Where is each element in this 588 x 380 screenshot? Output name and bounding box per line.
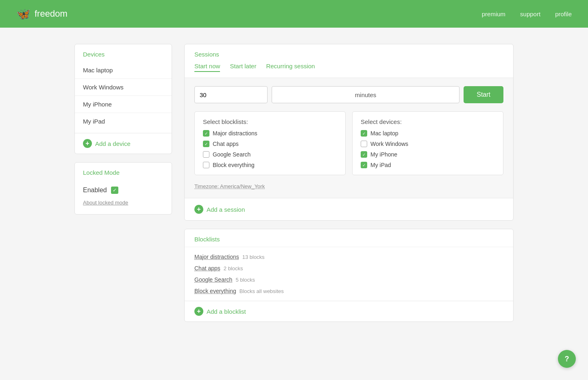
tab-recurring-session[interactable]: Recurring session <box>266 63 315 72</box>
blocklist-google-count: 5 blocks <box>235 277 255 283</box>
add-blocklist-icon: + <box>194 307 203 316</box>
butterfly-icon: 🦋 <box>16 7 30 21</box>
blocklist-option-chat: ✓ Chat apps <box>203 141 337 147</box>
blocklist-major-checkbox[interactable]: ✓ <box>203 130 209 137</box>
add-blocklist-label: Add a blocklist <box>207 308 246 315</box>
tab-start-now[interactable]: Start now <box>194 63 220 72</box>
start-button[interactable]: Start <box>464 86 503 103</box>
blocklist-item-everything: Block everything Blocks all websites <box>194 288 503 294</box>
locked-mode-card: Locked Mode Enabled ✓ About locked mode <box>74 162 172 215</box>
blocklist-option-major: ✓ Major distractions <box>203 130 337 137</box>
blocklist-major-count: 13 blocks <box>242 254 265 260</box>
device-mac-checkbox[interactable]: ✓ <box>361 130 367 137</box>
selectors-row: Select blocklists: ✓ Major distractions … <box>194 111 503 175</box>
device-mac-laptop[interactable]: Mac laptop <box>75 62 172 79</box>
select-blocklists-title: Select blocklists: <box>203 118 337 125</box>
device-windows-checkbox[interactable] <box>361 141 367 147</box>
main-nav: premium support profile <box>482 11 572 17</box>
tab-start-later[interactable]: Start later <box>230 63 256 72</box>
blocklist-chat-label: Chat apps <box>213 141 239 147</box>
blocklist-everything-checkbox[interactable] <box>203 162 209 168</box>
blocklist-everything-label: Block everything <box>213 162 255 168</box>
blocklist-everything-count: Blocks all websites <box>240 288 284 294</box>
blocklist-major-link[interactable]: Major distractions <box>194 254 239 260</box>
device-option-windows: Work Windows <box>361 141 495 147</box>
device-option-mac: ✓ Mac laptop <box>361 130 495 137</box>
add-blocklist-button[interactable]: + Add a blocklist <box>185 301 513 321</box>
add-device-icon: + <box>83 139 92 148</box>
add-session-button[interactable]: + Add a session <box>185 198 513 220</box>
help-button[interactable]: ? <box>558 350 576 368</box>
locked-mode-row: Enabled ✓ <box>83 187 163 194</box>
device-my-ipad[interactable]: My iPad <box>75 113 172 130</box>
blocklist-chat-checkbox[interactable]: ✓ <box>203 141 209 147</box>
add-device-label: Add a device <box>95 140 131 147</box>
help-icon: ? <box>565 355 569 363</box>
devices-title: Devices <box>75 44 172 62</box>
blocklist-everything-link[interactable]: Block everything <box>194 288 236 294</box>
blocklist-item-major: Major distractions 13 blocks <box>194 254 503 260</box>
locked-mode-enabled-label: Enabled <box>83 187 107 194</box>
device-iphone-label: My iPhone <box>370 151 397 158</box>
session-tabs: Start now Start later Recurring session <box>185 63 513 78</box>
blocklists-title: Blocklists <box>185 229 513 247</box>
device-my-iphone[interactable]: My iPhone <box>75 96 172 113</box>
device-ipad-label: My iPad <box>370 162 391 168</box>
add-session-label: Add a session <box>207 206 245 213</box>
devices-card: Devices Mac laptop Work Windows My iPhon… <box>74 44 172 154</box>
device-windows-label: Work Windows <box>370 141 408 147</box>
logo: 🦋 freedom <box>16 7 68 21</box>
right-panel: Sessions Start now Start later Recurring… <box>184 44 514 322</box>
blocklist-google-label: Google Search <box>213 151 250 158</box>
blocklist-option-everything: Block everything <box>203 162 337 168</box>
locked-mode-content: Enabled ✓ About locked mode <box>75 180 172 214</box>
locked-mode-checkbox[interactable]: ✓ <box>111 187 118 194</box>
blocklist-item-chat: Chat apps 2 blocks <box>194 265 503 271</box>
blocklist-major-label: Major distractions <box>213 130 257 137</box>
device-list: Mac laptop Work Windows My iPhone My iPa… <box>75 62 172 133</box>
device-option-ipad: ✓ My iPad <box>361 162 495 168</box>
about-locked-mode-link[interactable]: About locked mode <box>83 200 128 206</box>
blocklist-google-link[interactable]: Google Search <box>194 276 232 283</box>
duration-unit: minutes <box>272 86 460 103</box>
app-header: 🦋 freedom premium support profile <box>0 0 588 28</box>
device-option-iphone: ✓ My iPhone <box>361 151 495 158</box>
blocklist-chat-count: 2 blocks <box>224 265 243 271</box>
device-work-windows[interactable]: Work Windows <box>75 79 172 96</box>
select-blocklists-box: Select blocklists: ✓ Major distractions … <box>194 111 346 175</box>
nav-support[interactable]: support <box>520 11 540 17</box>
add-device-button[interactable]: + Add a device <box>75 133 172 154</box>
blocklist-google-checkbox[interactable] <box>203 151 209 158</box>
sidebar: Devices Mac laptop Work Windows My iPhon… <box>74 44 172 322</box>
main-content: Devices Mac laptop Work Windows My iPhon… <box>50 28 538 338</box>
timezone-link[interactable]: Timezone: America/New_York <box>194 183 265 189</box>
duration-input[interactable] <box>194 86 268 103</box>
locked-mode-title: Locked Mode <box>75 163 172 180</box>
add-session-icon: + <box>194 205 203 214</box>
sessions-card: Sessions Start now Start later Recurring… <box>184 44 514 221</box>
duration-row: minutes Start <box>194 86 503 103</box>
device-iphone-checkbox[interactable]: ✓ <box>361 151 367 158</box>
sessions-title: Sessions <box>185 44 513 58</box>
blocklist-items: Major distractions 13 blocks Chat apps 2… <box>185 247 513 301</box>
nav-profile[interactable]: profile <box>555 11 572 17</box>
session-form: minutes Start Select blocklists: ✓ Major… <box>185 78 513 198</box>
blocklist-chat-link[interactable]: Chat apps <box>194 265 220 271</box>
select-devices-box: Select devices: ✓ Mac laptop Work Window… <box>352 111 503 175</box>
blocklist-item-google: Google Search 5 blocks <box>194 276 503 283</box>
blocklists-card: Blocklists Major distractions 13 blocks … <box>184 229 514 322</box>
select-devices-title: Select devices: <box>361 118 495 125</box>
blocklist-option-google: Google Search <box>203 151 337 158</box>
device-ipad-checkbox[interactable]: ✓ <box>361 162 367 168</box>
logo-text: freedom <box>35 9 68 19</box>
device-mac-label: Mac laptop <box>370 130 398 137</box>
nav-premium[interactable]: premium <box>482 11 505 17</box>
